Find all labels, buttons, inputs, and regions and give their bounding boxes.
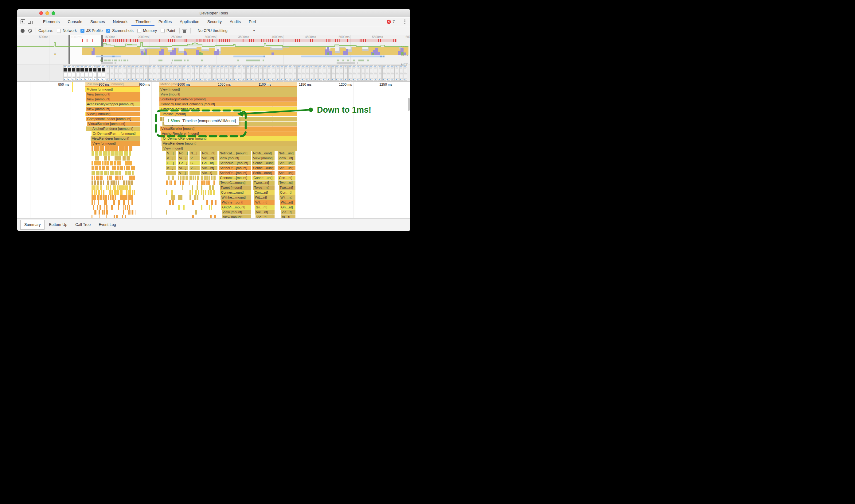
mosaic-block[interactable] [97,195,99,200]
mosaic-block[interactable] [171,176,171,180]
flame-cell[interactable]: Scri…unt] [278,170,295,175]
flame-bar-unmount[interactable]: View [unmount] [86,97,140,102]
tab-timeline[interactable]: Timeline [132,18,155,26]
filmstrip-thumbnail[interactable] [132,66,135,81]
flame-cell[interactable]: Vie…nt] [255,210,275,215]
mosaic-block[interactable] [114,215,115,218]
mosaic-block[interactable] [190,180,190,185]
mosaic-block[interactable] [118,200,120,205]
mosaic-block[interactable] [205,190,206,195]
filmstrip-thumbnail[interactable] [310,66,314,81]
mosaic-block[interactable] [99,205,100,210]
mosaic-block[interactable] [119,146,124,151]
filmstrip-thumbnail[interactable] [250,66,254,81]
mosaic-block[interactable] [108,156,110,161]
mosaic-block[interactable] [127,170,131,175]
mosaic-block[interactable] [215,200,217,205]
mosaic-block[interactable] [190,190,191,195]
flame-cell[interactable]: Wit…nt] [280,200,295,205]
mosaic-block[interactable] [117,190,119,195]
mosaic-block[interactable] [100,180,102,185]
mosaic-block[interactable] [171,190,173,195]
mosaic-block[interactable] [111,205,112,210]
flame-block[interactable] [86,126,91,131]
mosaic-block[interactable] [112,180,116,185]
filmstrip-thumbnail[interactable] [68,66,71,81]
cpu-throttling-select[interactable]: No CPU throttling [197,29,227,33]
filmstrip-thumbnail[interactable] [284,66,288,81]
filmstrip-thumbnail[interactable] [306,66,309,81]
mosaic-block[interactable] [130,210,132,215]
flame-bar-unmount[interactable]: View [unmount] [86,107,140,111]
mosaic-block[interactable] [124,185,126,190]
tab-security[interactable]: Security [203,18,226,26]
mosaic-block[interactable] [209,185,211,190]
mosaic-block[interactable] [91,180,93,185]
filmstrip-thumbnail[interactable] [331,66,335,81]
filmstrip-thumbnail[interactable] [340,66,343,81]
mosaic-block[interactable] [192,190,193,195]
flame-cell[interactable]: V…] [166,166,176,170]
checkbox-js-profile[interactable]: ✓ [81,29,85,33]
filmstrip-thumbnail[interactable] [216,66,220,81]
mosaic-block[interactable] [201,205,203,210]
mosaic-block[interactable] [166,180,168,185]
mosaic-block[interactable] [124,166,126,170]
mosaic-block[interactable] [115,151,119,156]
mosaic-block[interactable] [96,190,97,195]
flame-cell[interactable]: Gri…nt] [201,161,217,165]
mosaic-block[interactable] [104,156,107,161]
flame-cell[interactable]: N…] [190,151,199,156]
filmstrip-thumbnail[interactable] [335,66,339,81]
mosaic-block[interactable] [106,205,107,210]
device-toolbar-icon[interactable] [28,19,33,24]
mosaic-block[interactable] [120,195,122,200]
filmstrip-thumbnail[interactable] [246,66,250,81]
more-options-icon[interactable] [403,18,407,25]
mosaic-block[interactable] [210,215,212,218]
mosaic-block[interactable] [201,176,203,180]
mosaic-block[interactable] [91,161,93,165]
mosaic-block[interactable] [123,156,126,161]
mosaic-block[interactable] [115,156,119,161]
flame-cell[interactable]: Gri…nt] [255,205,275,210]
mosaic-block[interactable] [126,190,127,195]
mosaic-block[interactable] [128,210,129,215]
mosaic-block[interactable] [114,161,117,165]
checkbox-label[interactable]: Screenshots [112,29,133,33]
mosaic-block[interactable] [100,195,102,200]
mosaic-block[interactable] [166,210,167,215]
filmstrip-thumbnail[interactable] [365,66,369,81]
mosaic-block[interactable] [129,151,131,156]
flame-cell[interactable]: V… [190,166,199,170]
flame-cell[interactable]: Scribe…ount] [252,161,275,165]
flame-bar-mount[interactable]: VirtualScroller [mount] [160,126,297,131]
mosaic-block[interactable] [203,195,204,200]
mosaic-block[interactable] [184,205,184,210]
mosaic-block[interactable] [103,195,104,200]
filmstrip-thumbnail[interactable] [289,66,292,81]
inspect-element-icon[interactable] [21,19,25,24]
mosaic-block[interactable] [107,161,109,165]
details-tab-summary[interactable]: Summary [20,220,45,230]
flame-cell[interactable]: Gri…nt] [280,205,295,210]
mosaic-block[interactable] [107,176,108,180]
mosaic-block[interactable] [91,185,93,190]
mosaic-block[interactable] [97,205,98,210]
mosaic-block[interactable] [117,180,117,185]
mosaic-block[interactable] [196,185,198,190]
mosaic-block[interactable] [104,210,105,215]
mosaic-block[interactable] [132,210,133,215]
filmstrip-thumbnail[interactable] [267,66,271,81]
filmstrip-thumbnail[interactable] [344,66,348,81]
mosaic-block[interactable] [94,200,94,205]
mosaic-block[interactable] [109,176,112,180]
filmstrip-thumbnail[interactable] [348,66,352,81]
mosaic-block[interactable] [113,185,116,190]
mosaic-block[interactable] [107,151,110,156]
filmstrip-thumbnail[interactable] [174,66,177,81]
flame-cell[interactable]: Wit…nt] [254,200,275,205]
mosaic-block[interactable] [193,176,194,180]
mosaic-block[interactable] [102,210,103,215]
mosaic-block[interactable] [97,161,101,165]
